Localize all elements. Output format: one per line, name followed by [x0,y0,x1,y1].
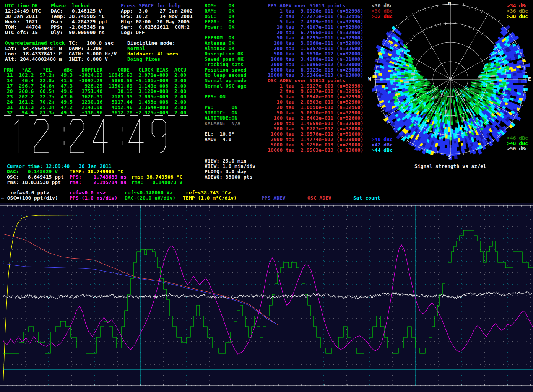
pps-adev-row: 20 tau 6.7466e-011 (n=32960) [268,30,363,35]
version-line: GPS: 10.2 14 Nov 2001 [121,14,193,19]
pps-adev-row: 10000 tau 3.5346e-013 (n=13000) [268,73,363,78]
sat-count-legend: Sat count [353,195,380,201]
cursor-osc: OSC: 8.649415 ppt [7,174,64,180]
longitude-value: Lon: 18.4337841° E [5,51,62,57]
pps-scale: PPS~(1.0 ns/div) [70,195,117,201]
rms-osc: rms: 18.031530 ppt [7,180,61,185]
osc-ref: ref=<0.0 ppt> [10,190,49,195]
table-row: 24 161.2 70.2↓ 49.5 -1230.16 5117.44 -1.… [4,99,186,105]
pps-adev-header: PPS ADEV over 51613 points [268,3,346,8]
view-line: PLOTQ: 3.0 day [205,169,247,174]
dbc-legend-item: >34 dBc [507,3,528,8]
phase-line: Temp: 38.749985 °C [51,14,105,19]
osc-adev-row: 2000 tau 1.4774e-012 (n=29000) [268,137,363,142]
receiver-status-line: Normal OSC age [205,83,247,89]
utc-status-header: UTC time OK [5,3,38,8]
pps-adev-row: 5000 tau 6.9923e-013 (n=23000) [268,67,363,73]
cursor-pps: PPS: 1.743639 ns [70,174,127,180]
dbc-legend-item: >36 dBc [507,8,528,14]
digital-clock [0,115,191,157]
receiver-status-line: EEPROM OK [205,35,234,41]
history-plot[interactable] [0,203,533,392]
utc-line: Week: 1621 [5,19,38,24]
temp-scale: TEMP~(1.0 m°C/div) [183,195,237,201]
dbc-legend-item: >50 dBc [507,146,528,151]
polar-caption: Signal strength vs az/el [414,164,486,169]
rms-pps: rms: 2.195714 ns [70,180,127,185]
osc-adev-row: 10 tau 2.0303e-010 (n=32980) [268,99,363,105]
mode-line: PV: ON [205,105,237,110]
dbc-legend-item: >38 dBc [507,14,528,19]
utc-line: TOW: 44704 [5,24,41,30]
phase-line: DAC: 0.148125 V [51,8,102,14]
osc-scale: ← OSC=(100 ppt/div) [1,195,58,201]
receiver-status-line: Antenna OK [205,41,234,46]
dbc-legend-item: >32 dBc [372,14,393,19]
osc-adev-row: 5000 tau 5.9256e-013 (n=23000) [268,142,363,148]
pps-adev-row: 1 tau 9.0926e-011 (n=32998) [268,8,363,14]
mask-line: EL: 10.0° [205,132,234,137]
discipline-state: Normal [127,46,145,51]
dbc-legend-item: >40 dBc [372,137,393,142]
pps-adev-row: 2000 tau 1.6896e-012 (n=29000) [268,62,363,67]
compass-east: E [528,76,531,82]
pps-adev-row: 2 tau 7.7271e-011 (n=32996) [268,14,363,19]
clock-mode-header: Overdetermined clock [5,41,65,46]
phase-line: Osc↑ 4.284229 ppt [51,19,108,24]
rms-dac: rms: 0.148073 V [132,180,182,185]
altitude-value: Alt: 204.46002480 m [5,57,62,62]
hw-status-line: ROM: OK [205,3,234,8]
separator-dashes [4,115,192,116]
table-row: 20 260.6 60.5↑ 49.6 1751.48 30.15 3.120e… [4,89,186,94]
receiver-status-line: No leap second [205,73,247,78]
version-line: Mfg: 08:00 20 May 2005 [121,19,190,24]
dac-scale: DAC~(20.0 uV/div) [125,195,176,201]
phase-status-header: Phase locked [51,3,90,8]
hw-status-line: RAM: OK [205,8,234,14]
table-row: 31 101.3 25.3↑ 47.2 2141.90 4892.46 3.36… [4,105,186,110]
phase-line: PPS↑ -2.045345 ns [51,24,105,30]
view-line: ADEVQ: 33000 pts [205,174,252,180]
hw-status-line: Power: OK [205,24,234,30]
version-line: App: 3.0 27 Jun 2002 [121,8,193,14]
damp-value: DAMP: 1.200 [69,46,102,51]
osc-adev-row: 5 tau 3.8948e-010 (n=32990) [268,94,363,99]
view-line: VIEW: 1.0 min/div [205,164,255,169]
receiver-status-line: Discipline OK [205,51,244,57]
table-row: 32 94.9 87.3↓ 49.5 -336.96 3612.78 -2.32… [4,110,186,115]
pps-adev-row: 50 tau 4.6295e-011 (n=32900) [268,35,363,41]
dbc-legend-item: >30 dBc [372,8,393,14]
sat-table-header: PRN °AZ °EL dBc DOPPLER CODE CLOCK BIAS … [4,67,186,73]
osc-adev-row: 10000 tau 2.9563e-013 (n=13000) [268,148,363,153]
osc-adev-row: 500 tau 5.8787e-012 (n=32000) [268,126,363,132]
dbc-legend-item: <30 dBc [372,3,393,8]
osc-adev-row: 50 tau 5.0610e-011 (n=32900) [268,110,363,115]
cursor-time: Cursor time: 12:09:40 30 Jan 2011 [7,164,112,169]
receiver-status-line: Position saved [205,67,247,73]
osc-adev-row: 1000 tau 2.9578e-012 (n=31000) [268,132,363,137]
cursor-temp: TEMP: 38.749985 °C [70,169,123,174]
cursor-dac: DAC: 0.148029 V [7,169,58,174]
holdover-status: Holdover: 41 secs [127,51,178,57]
utc-line: UTC ofs: 15 [5,30,38,35]
receiver-status-line: Tracking sats [205,62,244,67]
rms-temp: rms: 38.749508 °C [132,174,182,180]
osc-adev-legend: OSC ADEV [307,195,332,201]
gain-value: GAIN:-5.000 Hz/V [69,51,117,57]
hw-status-line: OSC: OK [205,14,234,19]
pps-adev-row: 200 tau 1.6357e-011 (n=32600) [268,46,363,51]
receiver-status-line: Saved posn OK [205,57,244,62]
dbc-legend-item: >46 dBc [507,135,528,141]
dbc-legend-item: >42 dBc [372,142,393,148]
pps-adev-row: 500 tau 6.5630e-012 (n=32000) [268,51,363,57]
version-line: Ser: 0.82362611 COM:2 [121,24,190,30]
hw-status-line: FPGA: OK [205,19,234,24]
init-value: INIT: 0.000 V [69,57,108,62]
receiver-status-line: Normal op mode [205,78,247,83]
table-row: 17 296.7 34.8↑ 47.3 928.25 11501.69 -1.1… [4,83,186,89]
fix-status: Doing fixes [127,57,160,62]
table-row: 11 182.2 57.2↓ 49.3 -2024.93 16045.63 2.… [4,73,186,78]
tc-value: TC: 100.0 sec [69,41,114,46]
utc-line: 30 Jan 2011 [5,14,38,19]
osc-adev-header: OSC ADEV over 51613 points [268,78,346,83]
